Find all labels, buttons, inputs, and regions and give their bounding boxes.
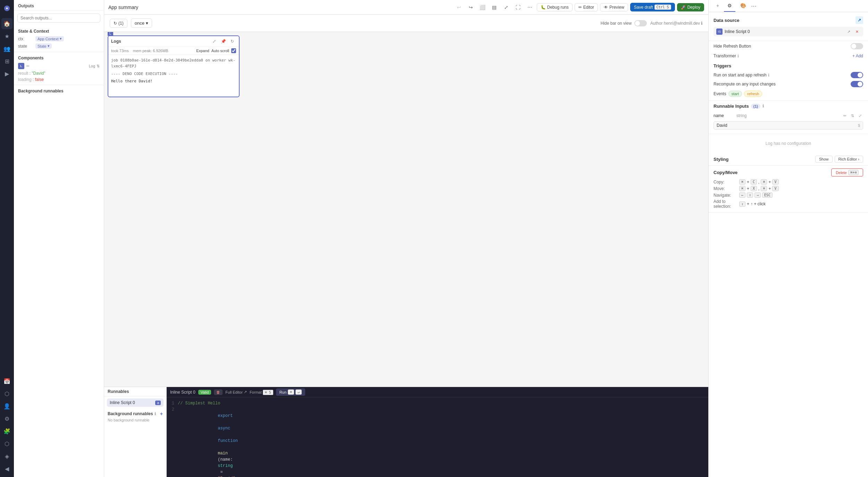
logo-icon[interactable] bbox=[1, 3, 12, 14]
state-chevron-icon[interactable]: ▾ bbox=[48, 44, 50, 48]
result-row: result : "David" bbox=[14, 70, 104, 76]
input-expand-button[interactable]: ⤢ bbox=[857, 113, 863, 119]
arrows-icon[interactable]: ⤢ bbox=[501, 2, 511, 12]
component-row: L ✏ Log ⇅ bbox=[14, 62, 104, 70]
transformer-add-button[interactable]: + Add bbox=[852, 54, 863, 58]
settings-icon: ⚙ bbox=[727, 3, 732, 8]
input-edit-button[interactable]: ✏ bbox=[842, 113, 848, 119]
component-edit-icon[interactable]: ✏ bbox=[26, 64, 30, 68]
full-editor-label: Full Editor bbox=[225, 390, 243, 394]
hide-refresh-label: Hide Refresh Button bbox=[713, 44, 751, 49]
editor-button[interactable]: ✏ Editor bbox=[575, 3, 598, 11]
name-type: string bbox=[736, 113, 840, 118]
event-refresh-tag[interactable]: refresh bbox=[744, 91, 762, 97]
editor-label: Editor bbox=[583, 5, 594, 10]
deploy-button[interactable]: 🚀 Deploy bbox=[677, 3, 704, 11]
dots-menu-icon[interactable]: ⋯ bbox=[525, 2, 535, 12]
log-widget[interactable]: L Logs ⤢ 📌 ↻ took 73ms mem peak: 6.926MB… bbox=[108, 35, 240, 97]
search-outputs-input[interactable] bbox=[17, 14, 100, 23]
show-button[interactable]: Show bbox=[815, 156, 833, 163]
rich-editor-button[interactable]: Rich Editor › bbox=[835, 156, 863, 163]
input-actions: ✏ ⇅ ⤢ bbox=[842, 113, 863, 119]
run-on-start-info-icon[interactable]: ℹ bbox=[768, 73, 769, 77]
add-bg-runnable-button[interactable]: + bbox=[160, 411, 163, 417]
recompute-label: Recompute on any input changes bbox=[713, 82, 776, 87]
sidebar-layers-icon[interactable]: ⬡ bbox=[1, 388, 12, 399]
ctx-val: App Context bbox=[37, 37, 59, 41]
loading-row: loading : false bbox=[14, 76, 104, 83]
ctx-chevron-icon[interactable]: ▾ bbox=[60, 36, 62, 41]
canvas-area: ↻ (1) once ▾ Hide bar on view Author hen… bbox=[104, 15, 708, 477]
inline-script-row: IS Inline Script 0 ↗ ✕ bbox=[713, 27, 863, 36]
runnable-item[interactable]: Inline Script 0 a bbox=[107, 398, 164, 407]
sidebar-grid-icon[interactable]: ⊞ bbox=[1, 56, 12, 67]
format-button[interactable]: Format ⌘ S bbox=[250, 390, 273, 394]
auto-scroll-checkbox[interactable] bbox=[231, 48, 236, 53]
hide-bar-toggle[interactable] bbox=[634, 20, 647, 26]
right-panel-dots[interactable]: ⋯ bbox=[751, 3, 757, 9]
copy-kbd2: C bbox=[751, 179, 757, 184]
code-line-2: 2 export async function main (name: bbox=[168, 406, 707, 477]
undo-button[interactable]: ↩ bbox=[454, 2, 464, 12]
tab-add[interactable]: + bbox=[713, 0, 723, 12]
code-delete-button[interactable]: 🗑 bbox=[214, 389, 223, 395]
sidebar-calendar-icon[interactable]: 📅 bbox=[1, 376, 12, 387]
runnable-inputs-header: Runnable Inputs (1) ℹ bbox=[713, 104, 863, 109]
input-link-button[interactable]: ⇅ bbox=[849, 113, 856, 119]
inline-script-badge: a bbox=[155, 401, 161, 405]
once-dropdown[interactable]: once ▾ bbox=[131, 18, 152, 28]
widget-refresh-icon[interactable]: ↻ bbox=[228, 38, 236, 45]
log-widget-header: Logs ⤢ 📌 ↻ bbox=[108, 36, 239, 47]
run-on-start-toggle[interactable] bbox=[851, 72, 863, 78]
refresh-count: (1) bbox=[118, 21, 124, 26]
sidebar-team-icon[interactable]: 👤 bbox=[1, 401, 12, 412]
sidebar-collapse-icon[interactable]: ◀ bbox=[1, 463, 12, 474]
redo-button[interactable]: ↪ bbox=[466, 2, 476, 12]
sidebar-star-icon[interactable]: ★ bbox=[1, 31, 12, 42]
ri-info-icon[interactable]: ℹ bbox=[762, 104, 764, 108]
sidebar-github-icon[interactable]: ⬡ bbox=[1, 438, 12, 449]
sidebar-users-icon[interactable]: 👥 bbox=[1, 43, 12, 54]
script-external-button[interactable]: ↗ bbox=[845, 28, 852, 35]
hide-refresh-toggle[interactable] bbox=[851, 43, 863, 49]
refresh-button[interactable]: ↻ (1) bbox=[110, 19, 127, 28]
bg-runnables-empty: No background runnable bbox=[108, 418, 163, 422]
expand-icon[interactable]: ⛶ bbox=[513, 2, 523, 12]
sidebar-discord-icon[interactable]: ◈ bbox=[1, 451, 12, 462]
preview-button[interactable]: 👁 Preview bbox=[600, 3, 628, 11]
left-panel: Outputs State & Context ctx App Context … bbox=[14, 0, 104, 477]
right-panel: + ⚙ 🎨 ⋯ Data source ↗ IS Inline Script 0… bbox=[708, 0, 868, 477]
widget-expand-icon[interactable]: ⤢ bbox=[210, 38, 218, 45]
log-deno-header: ---- DENO CODE EXECUTION ---- bbox=[111, 71, 236, 77]
script-action-btns: ↗ ✕ bbox=[845, 28, 860, 35]
transformer-info-icon[interactable]: ℹ bbox=[737, 54, 739, 58]
delete-button[interactable]: Delete ⌘+⌫ bbox=[831, 168, 863, 176]
recompute-toggle[interactable] bbox=[851, 81, 863, 87]
runnables-panel: Runnables Inline Script 0 a Background r… bbox=[104, 387, 167, 477]
ri-count: (1) bbox=[751, 104, 760, 109]
app-title-input[interactable] bbox=[108, 5, 169, 10]
frame-icon[interactable]: ⬜ bbox=[478, 2, 487, 12]
dollar-icon: $ bbox=[858, 123, 860, 128]
run-button[interactable]: Run ⌘ ↵ bbox=[276, 388, 305, 396]
tab-style[interactable]: 🎨 bbox=[737, 0, 750, 12]
log-widget-title: Logs bbox=[111, 39, 209, 44]
code-editor-title: Inline Script 0 bbox=[170, 390, 195, 395]
datasource-external-button[interactable]: ↗ bbox=[856, 16, 863, 24]
tab-settings[interactable]: ⚙ bbox=[724, 0, 735, 12]
sidebar-home-icon[interactable]: 🏠 bbox=[1, 18, 12, 29]
layout-icon[interactable]: ▤ bbox=[490, 2, 499, 12]
widget-pin-icon[interactable]: 📌 bbox=[219, 38, 227, 45]
sidebar-puzzle-icon[interactable]: 🧩 bbox=[1, 426, 12, 437]
triggers-title: Triggers bbox=[713, 63, 863, 68]
sidebar: 🏠 ★ 👥 ⊞ ▶ 📅 ⬡ 👤 ⚙ 🧩 ⬡ ◈ ◀ bbox=[0, 0, 14, 477]
full-editor-button[interactable]: Full Editor ↗ bbox=[225, 390, 247, 394]
save-draft-button[interactable]: Save draft Ctrl S bbox=[630, 3, 675, 11]
component-log-label: Log ⇅ bbox=[89, 64, 100, 68]
brush-icon: 🎨 bbox=[740, 3, 746, 8]
debug-runs-button[interactable]: 🐛 Debug runs bbox=[537, 3, 573, 11]
sidebar-settings-icon[interactable]: ⚙ bbox=[1, 413, 12, 424]
script-delete-button[interactable]: ✕ bbox=[853, 28, 860, 35]
event-start-tag[interactable]: start bbox=[728, 91, 742, 97]
sidebar-play-icon[interactable]: ▶ bbox=[1, 68, 12, 79]
